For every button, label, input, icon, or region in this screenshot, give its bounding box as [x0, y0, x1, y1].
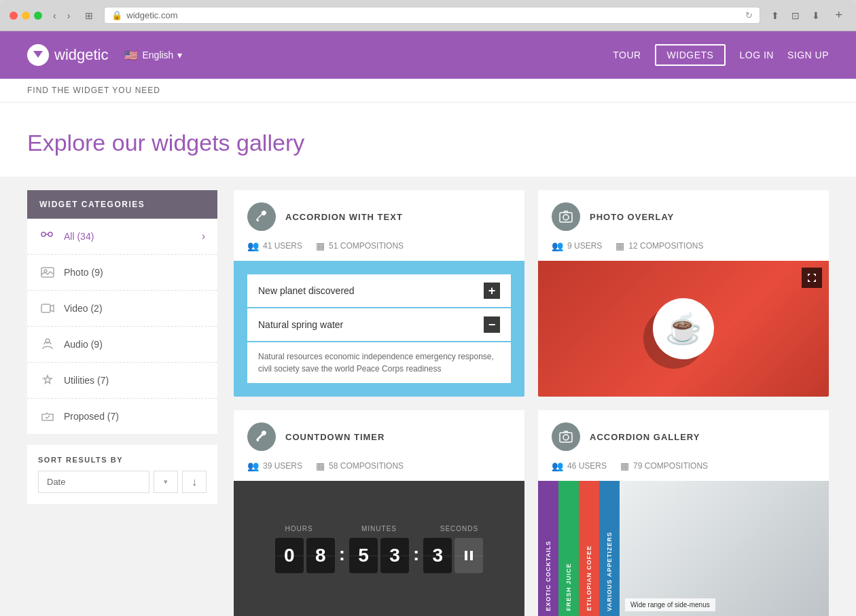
url-bar[interactable]: 🔒 widgetic.com ↻	[104, 7, 760, 24]
sort-direction-button[interactable]: ↓	[182, 471, 207, 493]
svg-point-9	[257, 439, 259, 441]
maximize-dot[interactable]	[34, 12, 42, 20]
sidebar-item-proposed[interactable]: Proposed (7)	[27, 399, 217, 434]
widget-card-header: ACCORDION WITH TEXT	[234, 190, 524, 240]
expand-button[interactable]	[802, 268, 822, 288]
close-dot[interactable]	[10, 12, 18, 20]
widget-meta-accordion-text: 👥 41 USERS ▦ 51 COMPOSITIONS	[234, 240, 524, 261]
widget-card-gallery: ACCORDION GALLERY 👥 46 USERS ▦ 79 COMPOS…	[538, 410, 829, 616]
wrench-icon	[254, 209, 269, 224]
page-content: widgetic 🇺🇸 English ▾ TOUR WIDGETS LOG I…	[0, 31, 856, 616]
browser-nav: ‹ ›	[49, 9, 74, 22]
minute-tens: 5	[349, 538, 378, 573]
video-icon	[39, 300, 56, 316]
categories-list: All (34) › Photo (9)	[27, 219, 217, 434]
compositions-count-gallery: 79 COMPOSITIONS	[633, 461, 708, 471]
site-header: widgetic 🇺🇸 English ▾ TOUR WIDGETS LOG I…	[0, 31, 856, 79]
compositions-icon-countdown: ▦	[316, 460, 325, 471]
share-button[interactable]: ⬆	[767, 9, 783, 22]
tour-nav-link[interactable]: TOUR	[613, 50, 641, 60]
flag-icon: 🇺🇸	[124, 49, 138, 62]
sort-select[interactable]: Date Popularity Name	[38, 471, 149, 493]
header-right: TOUR WIDGETS LOG IN SIGN UP	[613, 44, 829, 66]
accordion-preview-content: New planet discovered + Natural spring w…	[234, 261, 524, 397]
strip-2-label: Fresh Juice	[565, 563, 572, 611]
proposed-label: Proposed (7)	[64, 411, 205, 422]
countdown-preview-area: HOURS MINUTES SECONDS 0 8 :	[234, 481, 524, 616]
minimize-dot[interactable]	[22, 12, 30, 20]
accordion-toggle-plus[interactable]: +	[484, 283, 500, 299]
expand-icon	[807, 273, 817, 283]
minutes-label: MINUTES	[349, 525, 409, 532]
logo-icon	[27, 44, 49, 66]
sidebar-item-photo[interactable]: Photo (9)	[27, 255, 217, 291]
logo[interactable]: widgetic	[27, 44, 108, 66]
sort-dropdown-arrow[interactable]: ▾	[154, 471, 178, 493]
strip-1: Exotic Cocktails	[538, 481, 558, 616]
minutes-digits: 5 3	[349, 538, 409, 573]
gallery-main-image: Wide range of side-menus	[620, 481, 829, 616]
widget-card-photo-overlay: PHOTO OVERLAY 👥 9 USERS ▦ 12 COMPOSITION…	[538, 190, 829, 397]
camera-icon-gallery	[558, 429, 573, 444]
sidebar-item-video[interactable]: Video (2)	[27, 291, 217, 327]
sidebar-item-utilities[interactable]: Utilities (7)	[27, 363, 217, 399]
audio-label: Audio (9)	[64, 339, 205, 350]
svg-rect-12	[560, 433, 572, 442]
breadcrumb-text: FIND THE WIDGET YOU NEED	[27, 86, 160, 95]
users-icon-gallery: 👥	[552, 460, 563, 471]
sidebar-item-audio[interactable]: Audio (9)	[27, 327, 217, 363]
users-count-gallery: 46 USERS	[567, 461, 607, 471]
countdown-display: HOURS MINUTES SECONDS 0 8 :	[234, 481, 524, 616]
all-label: All (34)	[64, 231, 194, 242]
compositions-count: 51 COMPOSITIONS	[329, 241, 404, 251]
users-icon-photo: 👥	[552, 240, 563, 251]
widget-grid: ACCORDION WITH TEXT 👥 41 USERS ▦ 51 COMP…	[234, 190, 829, 616]
hour-tens: 0	[275, 538, 304, 573]
url-text: widgetic.com	[126, 10, 177, 20]
users-count-countdown: 39 USERS	[263, 461, 302, 471]
forward-button[interactable]: ›	[63, 9, 75, 22]
svg-point-8	[563, 215, 569, 220]
gallery-image-bg: Wide range of side-menus	[620, 481, 829, 616]
users-stat: 👥 41 USERS	[247, 240, 302, 251]
widget-card-header-gallery: ACCORDION GALLERY	[538, 410, 829, 460]
accordion-expanded-content: Natural resources economic independence …	[247, 342, 511, 383]
gallery-display: Exotic Cocktails Fresh Juice Etilopian c…	[538, 481, 829, 616]
categories-header-text: WIDGET CATEGORIES	[39, 200, 145, 209]
header-left: widgetic 🇺🇸 English ▾	[27, 44, 182, 66]
browser-actions: ⬆ ⊡ ⬇	[767, 9, 824, 22]
accordion-toggle-minus[interactable]: −	[484, 316, 500, 333]
window-mode-button[interactable]: ⊞	[81, 9, 97, 22]
svg-point-0	[41, 232, 46, 236]
sort-box: SORT RESULTS BY Date Popularity Name ▾ ↓	[27, 445, 217, 504]
utilities-svg	[41, 374, 54, 386]
back-button[interactable]: ‹	[49, 9, 60, 22]
compositions-icon: ▦	[316, 240, 325, 251]
photo-overlay-preview: ☕	[538, 261, 829, 397]
gallery-preview-area: Exotic Cocktails Fresh Juice Etilopian c…	[538, 481, 829, 616]
new-tab-button[interactable]: ⊡	[787, 9, 804, 22]
svg-point-1	[48, 232, 52, 236]
widget-card-accordion-text: ACCORDION WITH TEXT 👥 41 USERS ▦ 51 COMP…	[234, 190, 524, 397]
colon-2: :	[413, 543, 419, 565]
users-stat-countdown: 👥 39 USERS	[247, 460, 302, 471]
sidebar-item-all[interactable]: All (34) ›	[27, 219, 217, 255]
audio-icon	[39, 336, 56, 352]
compositions-count-countdown: 58 COMPOSITIONS	[329, 461, 404, 471]
page-title: Explore our widgets gallery	[27, 130, 829, 156]
widget-icon-accordion	[247, 202, 276, 231]
add-tab-button[interactable]: +	[831, 7, 846, 24]
widgets-nav-link[interactable]: WIDGETS	[655, 44, 726, 66]
hour-ones: 8	[306, 538, 335, 573]
second-tens: 3	[423, 538, 452, 573]
users-stat-photo: 👥 9 USERS	[552, 240, 602, 251]
photo-label: Photo (9)	[64, 267, 205, 278]
all-icon	[39, 228, 56, 244]
accordion-item-2: Natural spring water −	[247, 308, 511, 341]
language-selector[interactable]: 🇺🇸 English ▾	[124, 49, 182, 62]
download-button[interactable]: ⬇	[808, 9, 824, 22]
svg-rect-11	[470, 551, 473, 560]
signup-nav-link[interactable]: SIGN UP	[787, 50, 829, 60]
login-nav-link[interactable]: LOG IN	[739, 50, 773, 60]
photo-icon	[39, 264, 56, 280]
